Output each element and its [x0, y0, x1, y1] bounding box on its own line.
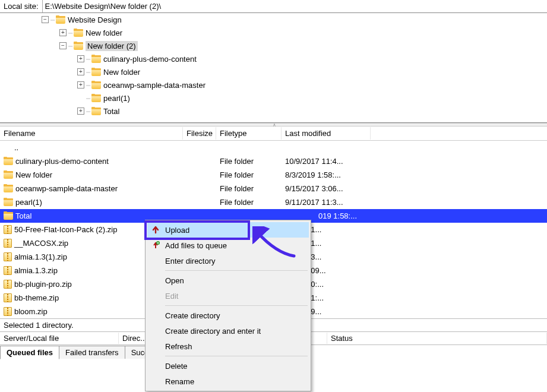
folder-icon — [91, 68, 101, 76]
tree-node[interactable]: −┈New folder (2) — [0, 39, 547, 52]
file-row[interactable]: oceanwp-sample-data-masterFile folder9/1… — [0, 182, 547, 195]
file-name: bb-plugin-pro.zip — [14, 280, 72, 289]
file-name: __MACOSX.zip — [14, 239, 68, 248]
folder-icon — [91, 81, 101, 89]
file-type: File folder — [216, 184, 282, 193]
menu-create-directory[interactable]: Create directory — [147, 308, 309, 323]
tree-node[interactable]: +┈culinary-plus-demo-content — [0, 52, 547, 65]
file-name: pearl(1) — [15, 198, 42, 207]
tree-toggle-icon[interactable]: + — [59, 29, 67, 36]
tree-label: pearl(1) — [103, 94, 130, 103]
tree-label: New folder — [86, 29, 122, 37]
menu-create-dir-label: Create directory — [165, 311, 220, 320]
tree-label: Website Design — [68, 15, 122, 24]
folder-icon — [4, 198, 13, 206]
menu-rename[interactable]: Rename — [147, 374, 309, 389]
file-modified: 10/9/2017 11:4... — [282, 157, 371, 166]
tab-queued-files[interactable]: Queued files — [0, 346, 59, 359]
local-site-input[interactable] — [42, 0, 547, 12]
zip-icon — [4, 225, 12, 234]
menu-add-queue-label: Add files to queue — [165, 241, 227, 250]
tree-toggle-icon[interactable]: + — [77, 68, 84, 75]
menu-edit-label: Edit — [165, 292, 178, 301]
tree-node[interactable]: −┈Website Design — [0, 13, 547, 26]
tree-toggle-icon[interactable]: − — [42, 16, 49, 23]
file-name: oceanwp-sample-data-master — [15, 184, 118, 193]
column-filetype[interactable]: Filetype — [216, 127, 282, 140]
folder-icon — [4, 157, 13, 165]
file-name: bb-theme.zip — [14, 293, 59, 302]
local-site-label: Local site: — [0, 1, 42, 12]
tree-toggle-icon[interactable]: + — [77, 81, 84, 88]
file-name: New folder — [15, 170, 52, 179]
tree-toggle-icon[interactable]: + — [77, 108, 84, 115]
column-modified[interactable]: Last modified — [282, 127, 371, 140]
add-queue-icon — [151, 241, 160, 250]
tree-node[interactable]: +┈New folder — [0, 65, 547, 78]
zip-icon — [4, 252, 12, 261]
menu-edit: Edit — [147, 288, 309, 304]
parent-dir-icon — [4, 144, 12, 152]
menu-separator — [165, 305, 308, 306]
tree-label: culinary-plus-demo-content — [103, 55, 197, 64]
menu-create-enter-label: Create directory and enter it — [165, 327, 261, 336]
upload-icon — [151, 225, 160, 235]
file-list-header: Filename Filesize Filetype Last modified — [0, 127, 547, 141]
file-name: .. — [14, 143, 18, 152]
tab-failed-transfers[interactable]: Failed transfers — [59, 346, 125, 359]
file-row[interactable]: .. — [0, 141, 547, 154]
file-name: 50-Free-Flat-Icon-Pack (2).zip — [14, 225, 117, 234]
file-row[interactable]: New folderFile folder8/3/2019 1:58:... — [0, 168, 547, 182]
file-modified: 019 1:58:... — [282, 211, 371, 220]
file-type: File folder — [216, 170, 282, 179]
folder-icon — [91, 94, 101, 102]
tree-toggle-icon[interactable]: + — [77, 55, 84, 62]
menu-upload[interactable]: Upload — [147, 222, 309, 238]
menu-upload-label: Upload — [165, 226, 189, 235]
folder-icon — [91, 108, 101, 115]
tree-node[interactable]: ┈pearl(1) — [0, 91, 547, 105]
tree-label: oceanwp-sample-data-master — [103, 81, 205, 90]
file-row[interactable]: culinary-plus-demo-contentFile folder10/… — [0, 154, 547, 168]
zip-icon — [4, 239, 12, 248]
file-name: culinary-plus-demo-content — [15, 157, 109, 166]
zip-icon — [4, 280, 12, 289]
menu-add-to-queue[interactable]: Add files to queue — [147, 238, 309, 253]
menu-separator — [165, 270, 308, 271]
tree-toggle-icon[interactable]: − — [59, 42, 67, 49]
menu-open-label: Open — [165, 276, 184, 285]
folder-icon — [74, 29, 83, 37]
folder-icon — [56, 16, 65, 24]
tree-node[interactable]: +┈New folder — [0, 26, 547, 39]
file-row[interactable]: pearl(1)File folder9/11/2017 11:3... — [0, 195, 547, 209]
tree-node[interactable]: +┈oceanwp-sample-data-master — [0, 78, 547, 91]
zip-icon — [4, 293, 12, 302]
file-type: File folder — [216, 157, 282, 166]
menu-open[interactable]: Open — [147, 273, 309, 288]
folder-tree[interactable]: −┈Website Design+┈New folder−┈New folder… — [0, 13, 547, 123]
menu-refresh-label: Refresh — [165, 342, 192, 351]
file-modified: 8/3/2019 1:58:... — [282, 170, 371, 179]
folder-icon — [4, 171, 13, 179]
folder-icon — [74, 42, 83, 50]
file-type: File folder — [216, 198, 282, 207]
folder-icon — [91, 55, 101, 63]
transfer-col-status[interactable]: Status — [327, 333, 547, 344]
column-filename[interactable]: Filename — [0, 127, 183, 140]
context-menu: Upload Add files to queue Enter director… — [145, 220, 311, 391]
file-name: Total — [15, 211, 31, 220]
file-name: almia.1.3(1).zip — [14, 252, 67, 261]
folder-icon — [4, 212, 13, 220]
file-name: bloom.zip — [14, 307, 48, 316]
menu-enter-directory[interactable]: Enter directory — [147, 253, 309, 268]
column-filesize[interactable]: Filesize — [183, 127, 216, 140]
menu-delete[interactable]: Delete — [147, 358, 309, 374]
menu-enter-dir-label: Enter directory — [165, 257, 216, 265]
menu-refresh[interactable]: Refresh — [147, 339, 309, 354]
transfer-col-file[interactable]: Server/Local file — [0, 333, 119, 344]
menu-separator — [165, 356, 308, 356]
file-modified: 9/15/2017 3:06... — [282, 184, 371, 193]
tree-node[interactable]: +┈Total — [0, 105, 547, 118]
menu-create-directory-enter[interactable]: Create directory and enter it — [147, 323, 309, 339]
folder-icon — [4, 185, 13, 192]
